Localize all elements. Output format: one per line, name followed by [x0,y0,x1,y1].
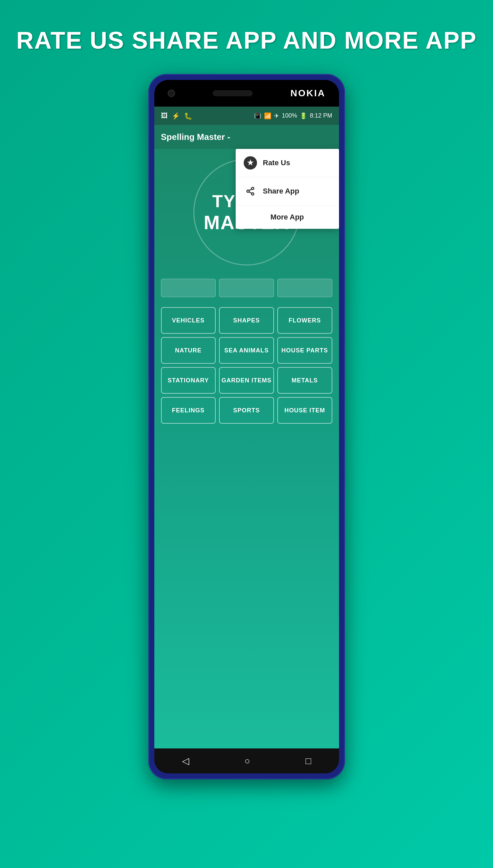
svg-point-0 [251,187,254,189]
btn-sea-animals[interactable]: SEA ANIMALS [219,337,274,364]
btn-flowers[interactable]: FLOWERS [277,307,332,334]
share-icon [244,184,257,198]
battery-percent: 100% [282,112,297,119]
btn-garden-items[interactable]: GARDEN ITEMS [219,367,274,394]
recent-button[interactable]: □ [306,756,311,767]
input-box-1[interactable] [161,279,216,297]
dropdown-item-more-app[interactable]: More App [236,206,339,229]
input-box-3[interactable] [277,279,332,297]
svg-point-2 [251,193,254,195]
airplane-icon: ✈ [274,112,279,119]
dropdown-menu: ★ Rate Us Share App More App [236,149,339,229]
more-app-label: More App [270,213,304,222]
btn-nature[interactable]: NATURE [161,337,216,364]
rate-us-label: Rate Us [263,159,290,167]
usb-status-icon: ⚡ [172,112,180,120]
svg-line-4 [249,189,252,191]
dropdown-item-rate-us[interactable]: ★ Rate Us [236,149,339,177]
bug-status-icon: 🐛 [184,112,192,120]
speaker [213,90,253,96]
btn-house-parts[interactable]: HOUSE PARTS [277,337,332,364]
image-status-icon: 🖼 [161,112,168,120]
vibrate-icon: 📳 [254,112,261,119]
btn-feelings[interactable]: FEELINGS [161,397,216,424]
back-button[interactable]: ◁ [182,755,189,767]
dropdown-item-share-app[interactable]: Share App [236,177,339,206]
btn-vehicles[interactable]: VEHICLES [161,307,216,334]
network-icon: 📶 [264,112,271,119]
home-button[interactable]: ○ [245,756,250,767]
btn-house-item[interactable]: HOUSE ITEM [277,397,332,424]
clock: 8:12 PM [310,112,332,119]
share-app-label: Share App [263,187,299,196]
btn-sports[interactable]: SPORTS [219,397,274,424]
phone-frame: NOKIA 🖼 ⚡ 🐛 📳 📶 ✈ 100% 🔋 8:12 PM Spellin… [148,74,345,779]
btn-metals[interactable]: METALS [277,367,332,394]
btn-stationary[interactable]: STATIONARY [161,367,216,394]
nokia-brand: NOKIA [290,88,325,98]
camera [168,90,175,97]
header-title: RATE US SHARE APP And MORE APP [16,27,477,54]
svg-point-1 [246,190,249,192]
star-circle-icon: ★ [244,156,257,169]
svg-line-3 [249,192,252,193]
btn-shapes[interactable]: SHAPES [219,307,274,334]
app-bar-title: Spelling Master - [161,132,230,142]
battery-icon: 🔋 [300,112,307,119]
input-box-2[interactable] [219,279,274,297]
